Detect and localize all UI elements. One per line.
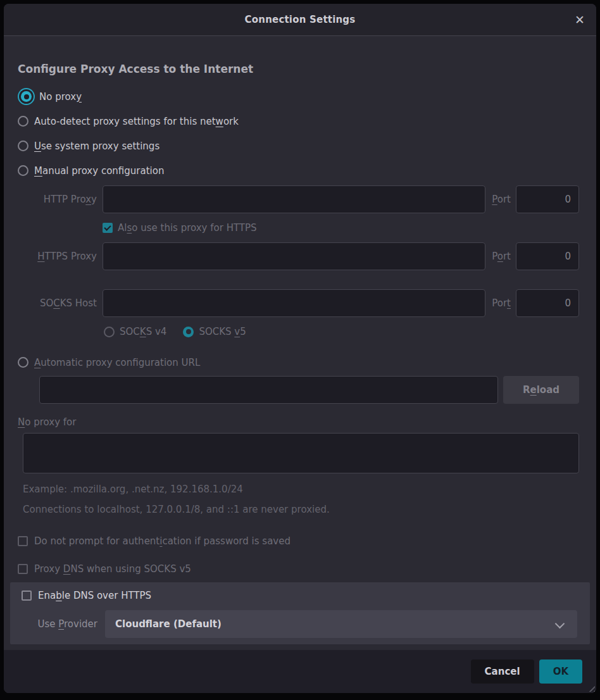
no-proxy-for-label: No proxy for [18,416,582,428]
https-proxy-input[interactable] [103,242,485,270]
auth-prompt-label: Do not prompt for authentication if pass… [34,535,291,547]
proxy-dns-checkbox[interactable] [18,564,28,574]
dialog-titlebar: Connection Settings ✕ [4,4,596,36]
auto-url-label: Automatic proxy configuration URL [34,357,200,368]
http-proxy-row: HTTP Proxy Port [18,185,579,213]
provider-row: Use Provider Cloudflare (Default) [10,610,577,638]
radio-manual-label: Manual proxy configuration [34,165,164,177]
also-https-label: Also use this proxy for HTTPS [118,222,257,234]
auth-prompt-row[interactable]: Do not prompt for authentication if pass… [18,535,582,547]
socks-port-label: Port [492,297,511,309]
socks-version-row: SOCKS v4 SOCKS v5 [104,325,596,339]
socks-port-input[interactable] [516,289,579,317]
connection-settings-dialog: Connection Settings ✕ Configure Proxy Ac… [4,4,596,693]
also-https-row[interactable]: Also use this proxy for HTTPS [103,222,579,234]
https-proxy-label: HTTPS Proxy [18,251,103,262]
socks-host-row: SOCKS Host Port [18,289,579,317]
chevron-down-icon [555,619,565,629]
ok-button[interactable]: OK [539,659,582,684]
also-https-checkbox[interactable] [103,223,113,233]
provider-dropdown-value: Cloudflare (Default) [115,618,222,630]
http-proxy-input[interactable] [103,185,485,213]
radio-icon[interactable] [18,141,28,151]
dialog-content: Configure Proxy Access to the Internet N… [4,36,596,650]
enable-doh-label: Enable DNS over HTTPS [38,590,151,601]
http-port-input[interactable] [516,185,579,213]
use-provider-label: Use Provider [10,618,105,630]
provider-dropdown[interactable]: Cloudflare (Default) [105,610,577,638]
radio-icon[interactable] [18,165,28,176]
doh-section: Enable DNS over HTTPS Use Provider Cloud… [10,582,590,644]
radio-use-system[interactable]: Use system proxy settings [18,134,582,158]
http-port-label: Port [492,194,511,205]
radio-use-system-label: Use system proxy settings [34,141,159,152]
auth-prompt-checkbox[interactable] [18,536,28,546]
radio-no-proxy-label: No proxy [39,91,82,103]
proxy-dns-label: Proxy DNS when using SOCKS v5 [34,563,191,575]
enable-doh-checkbox[interactable] [22,591,32,601]
reload-button[interactable]: Reload [503,376,579,404]
auto-url-row: Reload [39,376,579,404]
https-port-input[interactable] [516,242,579,270]
radio-icon[interactable] [18,116,28,127]
radio-auto-detect[interactable]: Auto-detect proxy settings for this netw… [18,109,582,134]
no-proxy-textarea[interactable] [23,433,579,473]
radio-socks-v5[interactable] [183,327,194,337]
socks-v5-group: SOCKS v5 [183,326,246,337]
localhost-note: Connections to localhost, 127.0.0.1/8, a… [23,504,582,515]
socks-host-input[interactable] [103,289,485,317]
no-proxy-example: Example: .mozilla.org, .net.nz, 192.168.… [23,484,582,495]
https-proxy-row: HTTPS Proxy Port [18,242,579,270]
radio-socks-v4[interactable] [104,327,115,337]
socks-v4-label: SOCKS v4 [120,326,166,337]
socks-host-label: SOCKS Host [18,297,103,309]
close-icon[interactable]: ✕ [575,14,585,26]
radio-auto-detect-label: Auto-detect proxy settings for this netw… [34,116,239,127]
radio-selected-icon[interactable] [21,91,32,102]
socks-v5-label: SOCKS v5 [199,326,246,337]
radio-manual[interactable]: Manual proxy configuration [18,158,582,183]
dialog-title: Connection Settings [245,14,356,25]
radio-no-proxy[interactable]: No proxy [18,84,582,109]
dialog-footer: Cancel OK [4,650,596,693]
cancel-button[interactable]: Cancel [471,659,534,684]
auto-url-input[interactable] [39,376,498,404]
spacer [4,270,596,289]
https-port-label: Port [492,251,511,262]
page-title: Configure Proxy Access to the Internet [18,63,582,75]
http-proxy-label: HTTP Proxy [18,194,103,205]
radio-auto-url[interactable]: Automatic proxy configuration URL [18,350,582,375]
proxy-dns-row[interactable]: Proxy DNS when using SOCKS v5 [18,563,582,575]
radio-icon[interactable] [18,357,28,368]
connection-settings-window: Connection Settings ✕ Configure Proxy Ac… [0,0,600,700]
enable-doh-row[interactable]: Enable DNS over HTTPS [22,590,580,601]
